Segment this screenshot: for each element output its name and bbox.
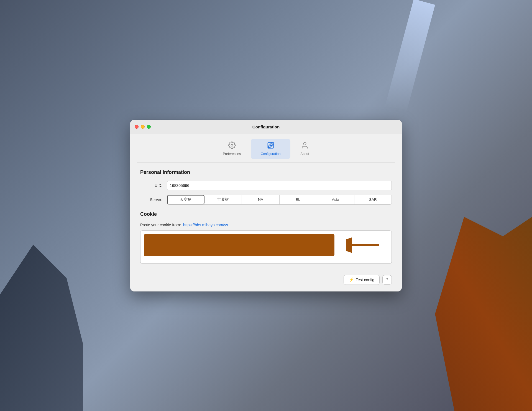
window-title: Configuration [252, 125, 280, 129]
bg-rock-right [435, 217, 532, 411]
test-config-label: Test config [356, 278, 374, 282]
server-btn-sar[interactable]: SAR [354, 195, 392, 204]
cookie-area-wrapper [140, 230, 392, 264]
tab-configuration-label: Configuration [261, 152, 280, 156]
minimize-button[interactable] [141, 125, 145, 129]
arrow-container [338, 234, 388, 256]
cookie-paste-row: Paste your cookie from: https://bbs.miho… [140, 223, 392, 227]
server-btn-na[interactable]: NA [242, 195, 279, 204]
tab-about[interactable]: About [290, 139, 319, 159]
server-label: Server: [140, 197, 162, 202]
server-btn-eu[interactable]: EU [280, 195, 317, 204]
traffic-lights [135, 125, 151, 129]
server-selector: 天空岛 世界树 NA EU Asia SAR [167, 195, 392, 205]
server-btn-tiankonddao[interactable]: 天空岛 [167, 195, 204, 204]
tab-preferences[interactable]: Preferences [213, 139, 251, 159]
person-icon [301, 141, 309, 150]
bg-light-beam [385, 0, 435, 112]
maximize-button[interactable] [147, 125, 151, 129]
cookie-section: Cookie Paste your cookie from: https://b… [140, 211, 392, 264]
uid-input[interactable] [167, 181, 392, 190]
uid-label: UID: [140, 183, 162, 188]
bg-rock-left [0, 245, 83, 411]
svg-point-2 [303, 142, 306, 145]
tab-about-label: About [300, 152, 309, 156]
edit-icon [267, 141, 275, 150]
arrow-icon [346, 237, 380, 253]
personal-info-title: Personal information [140, 169, 392, 175]
cookie-title: Cookie [140, 211, 392, 217]
server-row: Server: 天空岛 世界树 NA EU Asia SAR [140, 195, 392, 205]
help-button[interactable]: ? [382, 275, 392, 285]
svg-point-0 [231, 144, 233, 146]
tab-preferences-label: Preferences [223, 152, 241, 156]
gear-icon [228, 141, 236, 150]
tab-bar: Preferences Configuration About [130, 134, 402, 159]
server-btn-shijieshu[interactable]: 世界树 [204, 195, 242, 204]
cookie-paste-label: Paste your cookie from: [140, 223, 181, 227]
test-config-button[interactable]: ⚡ Test config [344, 275, 380, 285]
footer: ⚡ Test config ? [130, 270, 402, 291]
main-content: Personal information UID: Server: 天空岛 世界… [130, 163, 402, 270]
help-label: ? [386, 277, 388, 282]
close-button[interactable] [135, 125, 139, 129]
server-btn-asia[interactable]: Asia [317, 195, 354, 204]
titlebar: Configuration [130, 120, 402, 134]
cookie-link[interactable]: https://bbs.mihoyo.com/ys [183, 223, 228, 227]
cookie-textarea[interactable] [144, 234, 334, 256]
tab-configuration[interactable]: Configuration [251, 139, 290, 159]
uid-row: UID: [140, 181, 392, 190]
app-window: Configuration Preferences Confi [130, 120, 402, 291]
bolt-icon: ⚡ [349, 277, 354, 282]
